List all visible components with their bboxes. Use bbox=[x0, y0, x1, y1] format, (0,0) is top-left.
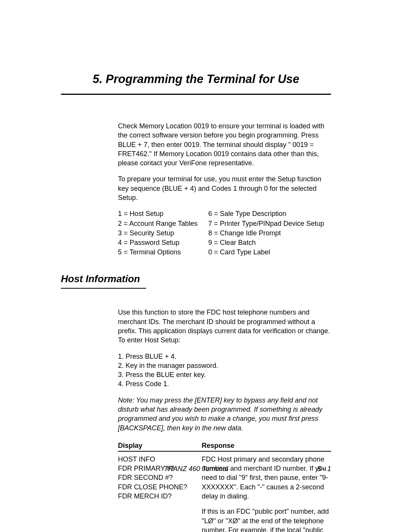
code-item: 0 = Card Type Label bbox=[208, 248, 324, 257]
code-item: 1 = Host Setup bbox=[118, 209, 198, 219]
step-item: 1. Press BLUE + 4. bbox=[118, 352, 331, 361]
intro-paragraph-1: Check Memory Location 0019 to ensure you… bbox=[118, 121, 331, 168]
step-item: 3. Press the BLUE enter key. bbox=[118, 370, 331, 379]
page-footer: TRANZ 460 Terminal 5 - 1 bbox=[61, 465, 331, 473]
code-item: 6 = Sale Type Description bbox=[208, 209, 324, 219]
code-item: 7 = Printer Type/PINpad Device Setup bbox=[208, 219, 324, 228]
section-title-host-information: Host Information bbox=[61, 273, 146, 289]
code-item: 2 = Account Range Tables bbox=[118, 219, 198, 228]
table-row: HOST INFO FDR PRIMARY #? FDR SECOND #? F… bbox=[118, 452, 331, 504]
step-item: 4. Press Code 1. bbox=[118, 379, 331, 388]
table-cell-display bbox=[118, 507, 202, 532]
note-text: Note: You may press the [ENTER] key to b… bbox=[118, 396, 331, 433]
footer-doc-title: TRANZ 460 Terminal bbox=[61, 465, 331, 473]
table-header-row: Display Response bbox=[118, 442, 331, 452]
intro-paragraph-2: To prepare your terminal for use, you mu… bbox=[118, 174, 331, 202]
code-item: 3 = Security Setup bbox=[118, 228, 198, 238]
steps-list: 1. Press BLUE + 4. 2. Key in the manager… bbox=[118, 352, 331, 389]
host-intro: Use this function to store the FDC host … bbox=[118, 308, 331, 345]
codes-left-col: 1 = Host Setup 2 = Account Range Tables … bbox=[118, 209, 198, 257]
chapter-title: 5. Programming the Terminal for Use bbox=[61, 72, 331, 95]
display-response-table: Display Response HOST INFO FDR PRIMARY #… bbox=[118, 442, 331, 532]
code-item: 4 = Password Setup bbox=[118, 238, 198, 248]
code-item: 8 = Change Idle Prompt bbox=[208, 228, 324, 238]
codes-right-col: 6 = Sale Type Description 7 = Printer Ty… bbox=[208, 209, 324, 257]
table-cell-display: HOST INFO FDR PRIMARY #? FDR SECOND #? F… bbox=[118, 455, 202, 501]
code-item: 5 = Terminal Options bbox=[118, 248, 198, 257]
table-row: If this is an FDC "public port" number, … bbox=[118, 504, 331, 532]
footer-page-number: 5 - 1 bbox=[317, 465, 331, 473]
step-item: 2. Key in the manager password. bbox=[118, 361, 331, 370]
table-cell-response: If this is an FDC "public port" number, … bbox=[202, 507, 331, 532]
table-cell-response: FDC Host primary and secondary phone num… bbox=[202, 455, 331, 501]
table-header-display: Display bbox=[118, 442, 202, 450]
table-header-response: Response bbox=[202, 442, 331, 450]
codes-list: 1 = Host Setup 2 = Account Range Tables … bbox=[118, 209, 331, 257]
code-item: 9 = Clear Batch bbox=[208, 238, 324, 248]
